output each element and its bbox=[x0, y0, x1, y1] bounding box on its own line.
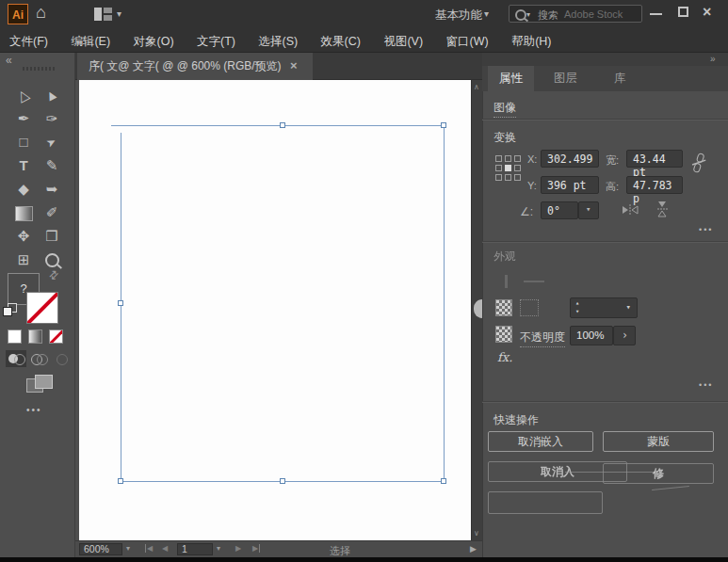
width-value-field[interactable]: 43.44 pt bbox=[626, 150, 683, 168]
ref-pt[interactable] bbox=[505, 155, 511, 162]
menu-help[interactable]: 帮助(H) bbox=[502, 28, 560, 50]
mask-button[interactable]: 蒙版 bbox=[603, 431, 714, 452]
selection-edge-left[interactable] bbox=[121, 133, 121, 481]
opacity-value-field[interactable]: 100% bbox=[570, 326, 613, 345]
selection-handle-left-mid[interactable] bbox=[118, 300, 123, 306]
artboard-dropdown-icon[interactable]: ▾ bbox=[217, 544, 220, 553]
menu-type[interactable]: 文字(T) bbox=[187, 28, 245, 50]
none-swatch-button[interactable] bbox=[49, 329, 63, 344]
zoom-dropdown-icon[interactable]: ▾ bbox=[126, 544, 130, 553]
image-section-title[interactable]: 图像 bbox=[493, 100, 516, 118]
curvature-tool[interactable]: ✑ bbox=[38, 108, 66, 132]
status-expand-icon[interactable]: ▶ bbox=[470, 544, 477, 554]
selection-edge-top[interactable] bbox=[111, 125, 444, 126]
type-tool[interactable]: T bbox=[9, 155, 38, 179]
arrange-documents-icon[interactable] bbox=[94, 8, 112, 21]
artboard-tool[interactable]: ⊞ bbox=[9, 249, 38, 273]
stroke-weight-field[interactable]: ▴ ▾ ▾ bbox=[570, 297, 638, 318]
shape-builder-tool[interactable]: ❒ bbox=[38, 226, 66, 249]
canvas-artboard[interactable] bbox=[79, 80, 471, 540]
unembed-button[interactable]: 取消嵌入 bbox=[488, 431, 593, 452]
panel-collapse-notch[interactable] bbox=[474, 299, 482, 318]
selection-handle-top-mid[interactable] bbox=[280, 122, 285, 128]
stroke-weight-dropdown-icon[interactable]: ▾ bbox=[626, 302, 631, 312]
tab-libraries[interactable]: 库 bbox=[603, 66, 638, 91]
edit-toolbar-dots[interactable]: ••• bbox=[26, 405, 42, 415]
brush-tool[interactable]: ✐ bbox=[38, 202, 66, 226]
tab-layers[interactable]: 图层 bbox=[542, 66, 589, 91]
rectangle-tool[interactable]: □ bbox=[9, 132, 38, 155]
minimize-button[interactable] bbox=[650, 13, 662, 15]
artboard-number-field[interactable]: 1 bbox=[177, 543, 213, 555]
gradient-tool[interactable] bbox=[9, 202, 38, 226]
stroke-none-swatch[interactable] bbox=[26, 292, 58, 324]
lasso-tool[interactable]: ➥ bbox=[38, 179, 66, 202]
flip-horizontal-icon[interactable] bbox=[622, 204, 639, 216]
screen-mode-button[interactable] bbox=[26, 375, 55, 395]
rotate-angle-field[interactable]: 0° bbox=[541, 201, 578, 219]
tab-properties[interactable]: 属性 bbox=[488, 66, 534, 91]
glitched-action-button[interactable]: 修 bbox=[603, 463, 714, 484]
ref-pt[interactable] bbox=[505, 174, 511, 181]
ref-pt[interactable] bbox=[495, 165, 502, 171]
opacity-label[interactable]: 不透明度 bbox=[520, 329, 565, 347]
selection-handle-bottom-right[interactable] bbox=[441, 478, 446, 484]
stroke-secondary-swatch[interactable] bbox=[520, 299, 539, 316]
free-transform-tool[interactable]: ✥ bbox=[9, 226, 38, 249]
home-icon[interactable]: ⌂ bbox=[36, 3, 46, 23]
scroll-down-icon[interactable]: ∨ bbox=[474, 529, 479, 538]
height-value-field[interactable]: 47.783 p bbox=[626, 176, 683, 194]
x-value-field[interactable]: 302.499 bbox=[541, 150, 599, 168]
previous-artboard-icon[interactable]: ◀ bbox=[162, 544, 168, 553]
selection-handle-bottom-left[interactable] bbox=[118, 478, 123, 484]
first-artboard-icon[interactable]: ◀ bbox=[145, 544, 153, 553]
empty-action-button[interactable] bbox=[488, 491, 603, 514]
pen-tool[interactable]: ✒ bbox=[9, 108, 38, 132]
y-value-field[interactable]: 396 pt bbox=[541, 176, 599, 194]
chevron-down-icon[interactable]: ▾ bbox=[117, 8, 121, 19]
stroke-color-swatch[interactable] bbox=[495, 299, 512, 316]
gradient-swatch-button[interactable] bbox=[28, 329, 42, 344]
workspace-switcher[interactable]: 基本功能 bbox=[435, 8, 482, 24]
selection-edge-right[interactable] bbox=[444, 125, 445, 481]
eraser-tool[interactable]: ◆ bbox=[9, 179, 38, 202]
last-artboard-icon[interactable]: ▶ bbox=[252, 544, 260, 553]
rotate-angle-dropdown[interactable]: ▾ bbox=[578, 201, 599, 219]
maximize-button[interactable] bbox=[678, 7, 688, 17]
selection-handle-bottom-mid[interactable] bbox=[280, 478, 285, 484]
pencil-tool[interactable]: ✎ bbox=[38, 155, 66, 179]
close-button[interactable]: × bbox=[703, 4, 711, 21]
ref-pt[interactable] bbox=[514, 155, 521, 162]
draw-normal-mode-button[interactable] bbox=[6, 350, 26, 367]
tab-close-icon[interactable]: × bbox=[290, 58, 298, 72]
default-fill-stroke-icon[interactable] bbox=[3, 303, 16, 315]
chevron-down-icon[interactable]: ▾ bbox=[484, 8, 489, 19]
document-tab[interactable]: 序( 文@ 文字( @ @ 600% (RGB/预览) bbox=[77, 53, 313, 80]
menu-view[interactable]: 视图(V) bbox=[374, 28, 432, 50]
ref-pt[interactable] bbox=[514, 174, 521, 181]
fx-effects-button[interactable]: fx. bbox=[497, 350, 512, 364]
menu-edit[interactable]: 编辑(E) bbox=[61, 28, 120, 50]
ref-pt-center[interactable] bbox=[505, 165, 511, 171]
opacity-expand-button[interactable]: › bbox=[613, 326, 636, 345]
opacity-swatch[interactable] bbox=[495, 326, 512, 343]
ref-pt[interactable] bbox=[495, 155, 502, 162]
stepper-up-icon[interactable]: ▴ bbox=[575, 299, 579, 308]
expand-panel-icon[interactable]: » bbox=[710, 54, 716, 64]
transform-more-options-dots[interactable]: ••• bbox=[699, 225, 713, 234]
collapse-panel-icon[interactable]: « bbox=[6, 54, 12, 67]
search-input[interactable]: ▾ 搜索 Adobe Stock bbox=[509, 5, 642, 23]
zoom-level-field[interactable]: 600% bbox=[79, 543, 122, 555]
menu-select[interactable]: 选择(S) bbox=[249, 28, 307, 50]
menu-object[interactable]: 对象(O) bbox=[124, 28, 184, 50]
color-swatch-button[interactable] bbox=[8, 329, 22, 344]
reference-point-selector[interactable] bbox=[495, 155, 521, 181]
menu-file[interactable]: 文件(F) bbox=[0, 28, 57, 50]
menu-window[interactable]: 窗口(W) bbox=[437, 28, 498, 50]
ref-pt[interactable] bbox=[495, 174, 502, 181]
ref-pt[interactable] bbox=[514, 165, 521, 171]
panel-grip[interactable] bbox=[23, 67, 55, 71]
selection-handle-top-right[interactable] bbox=[441, 122, 446, 128]
next-artboard-icon[interactable]: ▶ bbox=[235, 544, 241, 553]
stepper-down-icon[interactable]: ▾ bbox=[575, 308, 579, 316]
